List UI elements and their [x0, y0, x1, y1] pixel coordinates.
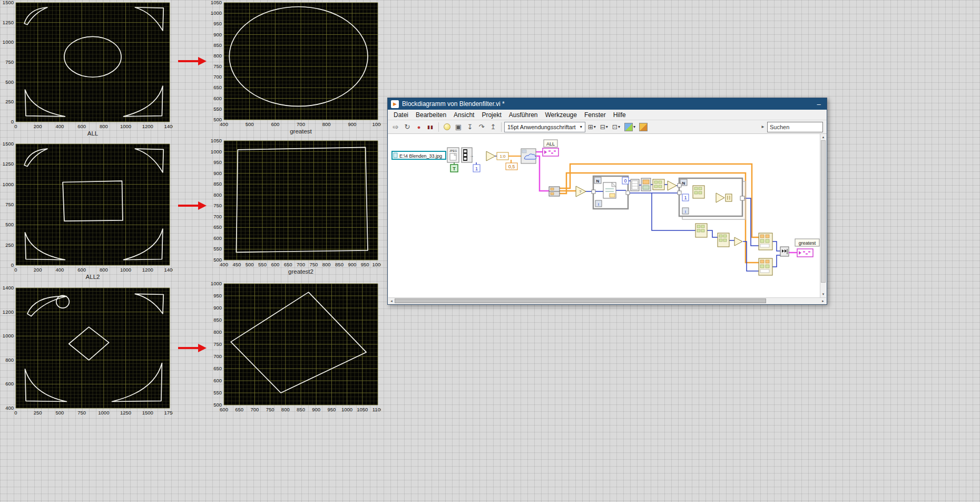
menu-projekt[interactable]: Projekt	[478, 110, 505, 120]
reorder-button[interactable]: ▾	[623, 122, 637, 132]
vertical-scroll-thumb[interactable]	[821, 140, 826, 283]
retain-wire-values-button[interactable]: ▣	[453, 122, 464, 132]
abort-button[interactable]: ●	[414, 122, 424, 132]
svg-text:900: 900	[348, 121, 356, 127]
cleanup-diagram-button[interactable]	[638, 122, 649, 132]
particle-filter-node[interactable]	[521, 149, 536, 163]
image-buffer-node[interactable]: →	[462, 148, 474, 162]
run-continuous-button[interactable]: ↻	[402, 122, 413, 132]
svg-text:250: 250	[5, 99, 14, 104]
array-subset-node[interactable]	[641, 178, 651, 191]
svg-text:greatest: greatest	[799, 240, 816, 246]
svg-text:1200: 1200	[142, 267, 153, 273]
menu-datei[interactable]: Datei	[390, 110, 412, 120]
comparison-node-2[interactable]	[668, 181, 677, 190]
index-array-node[interactable]	[631, 179, 639, 191]
svg-text:850: 850	[213, 317, 222, 323]
scroll-right-button[interactable]: ►	[820, 298, 826, 304]
unbundle-node[interactable]	[549, 187, 560, 196]
menu-hilfe[interactable]: Hilfe	[610, 110, 630, 120]
diagram-canvas[interactable]: E:\4 Blenden_33.jpg JPEG → T	[388, 134, 826, 297]
align-objects-button[interactable]: ⊞ ▾	[586, 122, 597, 132]
svg-text:750: 750	[5, 201, 14, 207]
numeric-constant-half[interactable]: 0,5	[506, 163, 517, 170]
comparison-node-4[interactable]	[734, 237, 742, 246]
svg-text:0: 0	[11, 262, 14, 268]
svg-text:1050: 1050	[357, 407, 368, 412]
menu-werkzeuge[interactable]: Werkzeuge	[541, 110, 580, 120]
array-index-node-bottom[interactable]	[759, 258, 772, 275]
font-selector-label: 15pt Anwendungsschriftart	[507, 124, 576, 130]
merge-node[interactable]	[780, 247, 789, 256]
path-constant[interactable]: E:\4 Blenden_33.jpg	[392, 151, 446, 159]
svg-text:700: 700	[297, 262, 305, 267]
menu-fenster[interactable]: Fenster	[581, 110, 610, 120]
minimize-button[interactable]: –	[814, 100, 824, 108]
highlight-execution-button[interactable]	[442, 122, 452, 132]
align-icon: ⊞	[588, 123, 593, 131]
chevron-down-icon: ▾	[580, 124, 582, 129]
range-constant[interactable]: 1:0	[497, 152, 508, 160]
svg-text:550: 550	[213, 106, 222, 112]
vertical-scrollbar[interactable]: ▲ ▼	[820, 134, 826, 297]
svg-text:400: 400	[55, 267, 64, 273]
resize-objects-button[interactable]: ⊡ ▾	[611, 122, 622, 132]
svg-text:950: 950	[361, 262, 369, 267]
select-node[interactable]: ?	[576, 186, 586, 197]
svg-text:700: 700	[213, 214, 222, 219]
horizontal-scrollbar[interactable]: ◄ ►	[388, 297, 826, 304]
chevron-down-icon: ▾	[606, 124, 608, 129]
jpeg-read-node[interactable]: JPEG	[447, 148, 459, 162]
menu-ansicht[interactable]: Ansicht	[450, 110, 478, 120]
build-array-node[interactable]	[653, 179, 664, 190]
svg-text:700: 700	[250, 407, 259, 412]
scroll-left-button[interactable]: ◄	[388, 298, 395, 304]
svg-text:750: 750	[309, 262, 318, 267]
svg-text:600: 600	[213, 95, 222, 101]
scroll-down-button[interactable]: ▼	[820, 291, 826, 297]
search-expand-icon[interactable]: ►	[761, 124, 765, 129]
pause-button[interactable]: ▮▮	[425, 122, 436, 132]
array-icon[interactable]	[693, 186, 704, 198]
for-loop-2[interactable]: N 1 i	[678, 178, 746, 219]
run-button[interactable]: ⇨	[390, 122, 401, 132]
comparison-node[interactable]	[486, 151, 495, 161]
svg-text:600: 600	[213, 235, 222, 241]
vi-icon[interactable]	[603, 182, 616, 198]
step-out-button[interactable]: ↥	[488, 122, 498, 132]
search-input[interactable]	[767, 122, 823, 132]
svg-text:500: 500	[213, 402, 222, 408]
svg-text:850: 850	[335, 262, 344, 267]
svg-text:N: N	[682, 181, 685, 186]
menu-bearbeiten[interactable]: Bearbeiten	[412, 110, 450, 120]
boolean-constant[interactable]: T	[450, 165, 458, 172]
svg-text:1500: 1500	[3, 0, 14, 5]
distribute-objects-button[interactable]: ⊟ ▾	[599, 122, 610, 132]
title-bar[interactable]: ▶ Blockdiagramm von Blendenfilter.vi * –	[388, 98, 827, 110]
step-over-button[interactable]: ↷	[476, 122, 487, 132]
svg-text:400: 400	[5, 405, 14, 411]
svg-text:1500: 1500	[142, 410, 153, 416]
menu-ausfuehren[interactable]: Ausführen	[505, 110, 542, 120]
distribute-icon: ⊟	[600, 123, 605, 131]
greatest-indicator[interactable]: greatest	[795, 239, 819, 257]
horizontal-scroll-thumb[interactable]	[395, 298, 766, 303]
svg-text:ALL: ALL	[546, 141, 555, 147]
svg-text:greatest2: greatest2	[288, 268, 313, 275]
resize-icon: ⊡	[612, 123, 618, 131]
numeric-constant-1[interactable]: 1	[473, 165, 480, 172]
array-index-node-top[interactable]	[759, 233, 772, 250]
or-node[interactable]	[726, 194, 732, 201]
numeric-constant-0[interactable]: 0	[622, 177, 629, 184]
svg-text:1000: 1000	[3, 181, 14, 187]
font-selector[interactable]: 15pt Anwendungsschriftart ▾	[504, 122, 585, 132]
svg-text:850: 850	[297, 407, 305, 412]
svg-text:1400: 1400	[164, 123, 173, 129]
scroll-up-button[interactable]: ▲	[820, 134, 826, 140]
svg-text:850: 850	[213, 181, 222, 187]
array-size-node[interactable]	[718, 233, 729, 247]
all-indicator[interactable]: ALL	[543, 140, 558, 156]
step-into-button[interactable]: ↧	[465, 122, 475, 132]
array-max-node[interactable]	[695, 224, 707, 237]
arrow-icon	[177, 56, 208, 69]
